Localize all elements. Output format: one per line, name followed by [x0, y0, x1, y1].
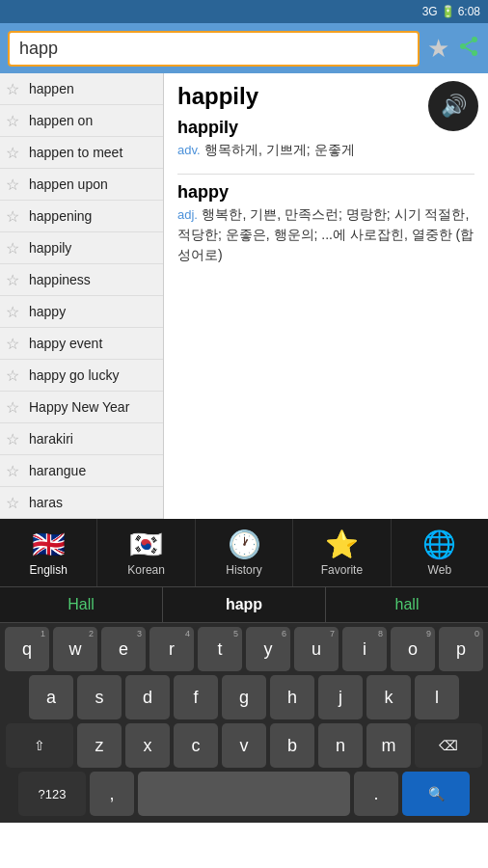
- list-item[interactable]: ☆happen: [0, 73, 163, 105]
- def-word-2: happy: [177, 182, 474, 203]
- tab-favorite[interactable]: ⭐ Favorite: [293, 519, 391, 586]
- autocomplete-left[interactable]: Hall: [0, 587, 163, 622]
- symbols-key[interactable]: ?123: [18, 772, 86, 816]
- time-display: 6:08: [458, 5, 480, 18]
- space-key[interactable]: [138, 772, 350, 816]
- period-key[interactable]: .: [354, 772, 398, 816]
- list-item[interactable]: ☆happy event: [0, 328, 163, 360]
- list-item[interactable]: ☆happen upon: [0, 169, 163, 201]
- keyboard: q1 w2 e3 r4 t5 y6 u7 i8 o9 p0 a s d f g …: [0, 623, 488, 823]
- status-bar: 3G 🔋 6:08: [0, 0, 488, 23]
- keyboard-row-4: ?123 , . 🔍: [3, 772, 485, 816]
- list-item[interactable]: ☆harakiri: [0, 423, 163, 455]
- list-item[interactable]: ☆harangue: [0, 455, 163, 487]
- word-label: happily: [29, 240, 71, 256]
- key-w[interactable]: w2: [53, 627, 97, 671]
- star-icon: ☆: [6, 303, 23, 320]
- tab-korean-label: Korean: [127, 563, 165, 577]
- list-item[interactable]: ☆happily: [0, 232, 163, 264]
- search-input[interactable]: [8, 31, 420, 67]
- key-h[interactable]: h: [270, 675, 314, 719]
- list-item[interactable]: ☆happy: [0, 296, 163, 328]
- tab-favorite-label: Favorite: [321, 563, 363, 577]
- favorite-button[interactable]: ★: [427, 34, 449, 64]
- share-button[interactable]: [457, 35, 480, 63]
- key-k[interactable]: k: [366, 675, 411, 719]
- key-a[interactable]: a: [29, 675, 73, 719]
- key-j[interactable]: j: [318, 675, 363, 719]
- shift-key[interactable]: ⇧: [6, 723, 73, 768]
- definition-entry-1: happily adv. 행목하게, 기쁘게; 운좋게: [177, 118, 474, 160]
- comma-key[interactable]: ,: [90, 772, 134, 816]
- key-l[interactable]: l: [415, 675, 459, 719]
- battery-icon: 🔋: [441, 5, 455, 18]
- keyboard-row-3: ⇧ z x c v b n m ⌫: [3, 723, 485, 768]
- word-label: harangue: [29, 463, 86, 478]
- key-s[interactable]: s: [77, 675, 122, 719]
- key-f[interactable]: f: [174, 675, 218, 719]
- history-clock-icon: 🕐: [228, 529, 261, 560]
- key-p[interactable]: p0: [439, 627, 483, 671]
- divider: [177, 174, 474, 175]
- star-icon: ☆: [6, 494, 23, 511]
- star-icon: ☆: [6, 239, 23, 257]
- key-u[interactable]: u7: [294, 627, 339, 671]
- definition-entry-2: happy adj. 행복한, 기쁜, 만족스런; 명랑한; 시기 적절한, 적…: [177, 182, 474, 265]
- web-globe-icon: 🌐: [422, 529, 456, 560]
- keyboard-row-2: a s d f g h j k l: [3, 675, 485, 719]
- tab-english-label: English: [30, 563, 68, 577]
- word-label: harakiri: [29, 431, 73, 447]
- word-label: happy: [29, 304, 66, 319]
- key-r[interactable]: r4: [149, 627, 194, 671]
- key-g[interactable]: g: [222, 675, 266, 719]
- key-e[interactable]: e3: [101, 627, 146, 671]
- autocomplete-center[interactable]: happ: [163, 587, 326, 622]
- tab-web[interactable]: 🌐 Web: [392, 519, 488, 586]
- star-icon: ☆: [6, 335, 23, 352]
- autocomplete-right[interactable]: hall: [326, 587, 488, 622]
- key-q[interactable]: q1: [5, 627, 49, 671]
- list-item[interactable]: ☆happening: [0, 201, 163, 232]
- key-m[interactable]: m: [366, 723, 411, 768]
- tab-web-label: Web: [428, 563, 451, 577]
- word-label: happy event: [29, 336, 102, 351]
- key-i[interactable]: i8: [342, 627, 387, 671]
- word-label: happen: [29, 81, 74, 96]
- list-item[interactable]: ☆happiness: [0, 264, 163, 296]
- star-icon: ☆: [6, 80, 23, 97]
- key-n[interactable]: n: [318, 723, 363, 768]
- backspace-key[interactable]: ⌫: [415, 723, 482, 768]
- tab-korean[interactable]: 🇰🇷 Korean: [97, 519, 195, 586]
- word-label: happening: [29, 208, 92, 224]
- key-y[interactable]: y6: [246, 627, 290, 671]
- korean-flag-icon: 🇰🇷: [129, 529, 163, 560]
- list-item[interactable]: ☆happen to meet: [0, 137, 163, 169]
- search-key[interactable]: 🔍: [402, 772, 470, 816]
- tab-english[interactable]: 🇬🇧 English: [0, 519, 97, 586]
- word-label: happen upon: [29, 176, 108, 192]
- word-list: ☆happen☆happen on☆happen to meet☆happen …: [0, 73, 164, 519]
- key-d[interactable]: d: [125, 675, 170, 719]
- list-item[interactable]: ☆happen on: [0, 105, 163, 137]
- key-z[interactable]: z: [77, 723, 122, 768]
- def-text-2: 행복한, 기쁜, 만족스런; 명랑한; 시기 적절한, 적당한; 운좋은, 행운…: [177, 206, 474, 262]
- def-pos-1: adv.: [177, 143, 201, 157]
- svg-point-1: [460, 43, 466, 49]
- tab-history[interactable]: 🕐 History: [196, 519, 293, 586]
- list-item[interactable]: ☆Happy New Year: [0, 392, 163, 423]
- list-item[interactable]: ☆happy go lucky: [0, 360, 163, 392]
- key-o[interactable]: o9: [391, 627, 435, 671]
- word-label: haras: [29, 495, 63, 510]
- star-icon: ☆: [6, 366, 23, 384]
- list-item[interactable]: ☆haras: [0, 487, 163, 519]
- key-v[interactable]: v: [222, 723, 266, 768]
- star-icon: ☆: [6, 144, 23, 161]
- star-icon: ☆: [6, 176, 23, 193]
- star-icon: ☆: [6, 207, 23, 225]
- word-label: happy go lucky: [29, 367, 119, 383]
- key-t[interactable]: t5: [198, 627, 242, 671]
- key-b[interactable]: b: [270, 723, 314, 768]
- sound-button[interactable]: [428, 81, 478, 131]
- key-c[interactable]: c: [174, 723, 218, 768]
- key-x[interactable]: x: [125, 723, 170, 768]
